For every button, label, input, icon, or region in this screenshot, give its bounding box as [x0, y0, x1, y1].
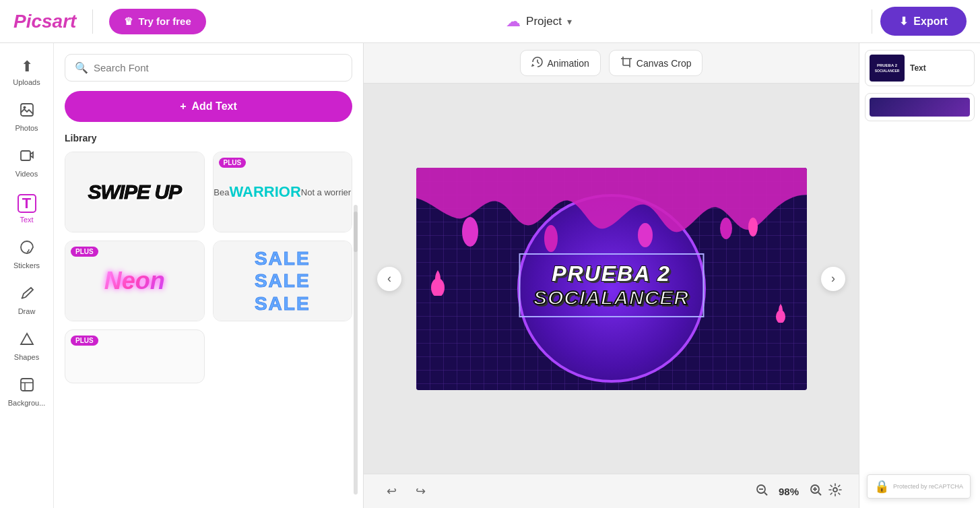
add-text-button[interactable]: + Add Text: [65, 91, 352, 122]
swipe-up-text: SWIPE UP: [88, 181, 181, 203]
canvas-tools: Animation Canvas Crop: [520, 50, 703, 76]
zoom-in-button[interactable]: [809, 483, 822, 500]
sale-text: SALESALESALE: [255, 247, 311, 315]
right-thumb-text: PRUEBA 2 SOCIALANCER: [870, 55, 905, 82]
svg-rect-0: [21, 104, 33, 116]
sidebar-item-backgrounds[interactable]: Backgrou...: [0, 371, 53, 414]
text-panel: 🔍 + Add Text Library SWIPE UP PLUS: [54, 43, 364, 508]
search-box[interactable]: 🔍: [65, 54, 352, 82]
scrollbar-track: [354, 205, 358, 495]
animation-label: Animation: [548, 58, 589, 69]
sidebar-item-shapes[interactable]: Shapes: [0, 325, 53, 368]
try-free-button[interactable]: ♛ Try for free: [109, 9, 205, 34]
svg-point-1: [23, 106, 26, 109]
animation-icon: [531, 56, 544, 70]
header-left: Picsart ♛ Try for free: [13, 9, 206, 34]
text-card-grid: SWIPE UP PLUS Bea WARRIOR Not a worrier …: [65, 152, 352, 383]
redo-button[interactable]: ↪: [409, 480, 432, 503]
right-panel: PRUEBA 2 SOCIALANCER Text 1280x 720px: [859, 43, 980, 508]
project-label: Project: [526, 15, 562, 28]
undo-button[interactable]: ↩: [380, 480, 403, 503]
swipe-up-preview: SWIPE UP: [65, 152, 204, 232]
svg-point-14: [638, 223, 653, 247]
canvas-crop-button[interactable]: Canvas Crop: [609, 50, 703, 76]
plus-badge-neon: PLUS: [71, 247, 98, 257]
slime-drips: [416, 168, 807, 255]
recaptcha-badge: 🔒 Protected by reCAPTCHA: [867, 474, 971, 499]
icon-sidebar: ⬆ Uploads Photos Videos T Text Stickers: [0, 43, 54, 508]
backgrounds-icon: [20, 377, 34, 396]
recaptcha-text: Protected by reCAPTCHA: [893, 483, 963, 490]
text-card-sale[interactable]: SALESALESALE: [213, 241, 353, 321]
canvas-prev-button[interactable]: ‹: [377, 267, 401, 291]
sidebar-item-text[interactable]: T Text: [0, 187, 53, 230]
download-icon: ⬇: [899, 15, 908, 28]
photos-label: Photos: [15, 124, 38, 132]
logo-text: Picsart: [13, 11, 76, 32]
text-card-warrior[interactable]: PLUS Bea WARRIOR Not a worrier: [213, 152, 353, 232]
plus-badge-extra: PLUS: [71, 336, 98, 346]
zoom-out-button[interactable]: [755, 483, 769, 500]
svg-point-15: [720, 218, 732, 239]
scrollbar-thumb[interactable]: [354, 212, 358, 252]
project-selector[interactable]: ☁ Project ▾: [506, 13, 572, 30]
canvas-crop-label: Canvas Crop: [636, 58, 692, 69]
svg-point-26: [833, 488, 837, 492]
sidebar-item-photos[interactable]: Photos: [0, 96, 53, 139]
search-input[interactable]: [94, 62, 342, 73]
sidebar-item-videos[interactable]: Videos: [0, 141, 53, 185]
text-card-swipe-up[interactable]: SWIPE UP: [65, 152, 205, 232]
export-button[interactable]: ⬇ Export: [880, 7, 967, 36]
canvas-next-button[interactable]: ›: [821, 267, 845, 291]
library-label: Library: [65, 133, 352, 144]
recaptcha-icon: 🔒: [874, 479, 889, 494]
text-card-neon[interactable]: PLUS Neon: [65, 241, 205, 321]
svg-line-21: [764, 493, 767, 495]
backgrounds-label: Backgrou...: [8, 399, 46, 407]
zoom-label: 98%: [774, 486, 804, 497]
svg-rect-7: [623, 59, 630, 65]
try-free-label: Try for free: [138, 15, 191, 27]
stickers-icon: [20, 240, 34, 259]
zoom-controls: 98%: [755, 482, 843, 501]
svg-line-25: [818, 493, 821, 495]
shapes-icon: [20, 331, 34, 350]
canvas-text-box[interactable]: PRUEBA 2 SOCIALANCER: [519, 253, 704, 317]
drop-left: [430, 269, 446, 296]
logo: Picsart: [13, 11, 76, 32]
settings-button[interactable]: [828, 482, 843, 501]
neon-text: Neon: [104, 267, 165, 295]
animation-button[interactable]: Animation: [520, 50, 601, 76]
sidebar-item-uploads[interactable]: ⬆ Uploads: [0, 51, 53, 93]
add-text-label: Add Text: [192, 100, 237, 113]
sale-preview: SALESALESALE: [214, 241, 352, 321]
draw-icon: [20, 286, 34, 305]
canvas-toolbar: Animation Canvas Crop: [364, 43, 859, 84]
canvas-text-line1: PRUEBA 2: [533, 261, 689, 286]
sidebar-item-stickers[interactable]: Stickers: [0, 233, 53, 276]
right-panel-item-canvas[interactable]: 1280x 720px: [865, 93, 975, 121]
text-icon: T: [18, 194, 36, 213]
right-panel-item-text[interactable]: PRUEBA 2 SOCIALANCER Text: [865, 50, 975, 86]
drop-right: [775, 303, 787, 323]
svg-point-16: [748, 218, 758, 236]
draw-label: Draw: [18, 307, 36, 315]
canvas-text-line2: SOCIALANCER: [533, 286, 689, 309]
panel-scroll: 🔍 + Add Text Library SWIPE UP PLUS: [54, 43, 363, 508]
canvas-bottom-bar: ↩ ↪ 98%: [364, 474, 859, 508]
videos-label: Videos: [15, 170, 38, 178]
undo-redo-controls: ↩ ↪: [380, 480, 432, 503]
right-panel-text-label: Text: [910, 63, 926, 73]
chevron-down-icon: ▾: [567, 16, 572, 27]
sidebar-item-draw[interactable]: Draw: [0, 279, 53, 322]
svg-rect-2: [21, 151, 30, 160]
right-panel-text-info: Text: [910, 63, 926, 73]
text-label: Text: [20, 216, 33, 224]
cloud-icon: ☁: [506, 13, 521, 30]
plus-icon: +: [180, 100, 186, 113]
canvas-crop-icon: [620, 56, 632, 70]
svg-point-13: [544, 225, 558, 252]
text-card-extra[interactable]: PLUS: [65, 329, 205, 383]
header-right: ⬇ Export: [872, 7, 967, 36]
right-thumb-canvas: [870, 98, 970, 117]
